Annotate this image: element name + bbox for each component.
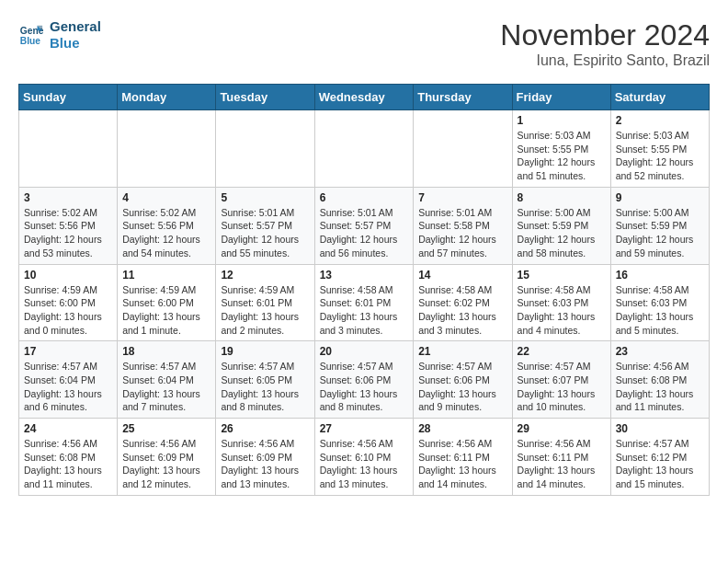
calendar-cell: 24Sunrise: 4:56 AM Sunset: 6:08 PM Dayli… xyxy=(19,419,118,496)
day-info: Sunrise: 5:01 AM Sunset: 5:57 PM Dayligh… xyxy=(221,206,309,260)
day-number: 24 xyxy=(24,422,112,435)
calendar-cell: 19Sunrise: 4:57 AM Sunset: 6:05 PM Dayli… xyxy=(216,341,314,419)
day-number: 13 xyxy=(320,269,409,282)
day-number: 26 xyxy=(221,422,309,435)
day-info: Sunrise: 4:56 AM Sunset: 6:11 PM Dayligh… xyxy=(418,437,506,491)
day-info: Sunrise: 4:58 AM Sunset: 6:03 PM Dayligh… xyxy=(518,283,606,338)
calendar-cell: 6Sunrise: 5:01 AM Sunset: 5:57 PM Daylig… xyxy=(314,187,414,264)
calendar-week-row: 3Sunrise: 5:02 AM Sunset: 5:56 PM Daylig… xyxy=(19,187,710,264)
day-number: 29 xyxy=(518,422,606,435)
calendar-cell xyxy=(216,110,314,188)
day-number: 7 xyxy=(418,191,506,204)
calendar-week-row: 24Sunrise: 4:56 AM Sunset: 6:08 PM Dayli… xyxy=(19,419,710,496)
day-number: 18 xyxy=(122,345,210,358)
weekday-header-tuesday: Tuesday xyxy=(216,85,314,110)
calendar-cell: 5Sunrise: 5:01 AM Sunset: 5:57 PM Daylig… xyxy=(216,187,314,264)
day-number: 10 xyxy=(24,269,112,282)
day-number: 6 xyxy=(320,191,409,204)
calendar-cell: 14Sunrise: 4:58 AM Sunset: 6:02 PM Dayli… xyxy=(414,264,512,341)
day-info: Sunrise: 4:58 AM Sunset: 6:02 PM Dayligh… xyxy=(418,283,506,338)
location-title: Iuna, Espirito Santo, Brazil xyxy=(500,52,710,69)
day-info: Sunrise: 5:02 AM Sunset: 5:56 PM Dayligh… xyxy=(24,206,112,260)
calendar-cell: 15Sunrise: 4:58 AM Sunset: 6:03 PM Dayli… xyxy=(512,264,610,341)
day-info: Sunrise: 4:57 AM Sunset: 6:12 PM Dayligh… xyxy=(616,437,704,491)
day-info: Sunrise: 4:56 AM Sunset: 6:09 PM Dayligh… xyxy=(221,437,309,491)
calendar-cell: 11Sunrise: 4:59 AM Sunset: 6:00 PM Dayli… xyxy=(118,264,216,341)
calendar-cell xyxy=(314,110,414,188)
calendar-cell xyxy=(118,110,216,188)
calendar-cell: 10Sunrise: 4:59 AM Sunset: 6:00 PM Dayli… xyxy=(19,264,118,341)
month-title: November 2024 xyxy=(500,18,710,52)
day-info: Sunrise: 5:00 AM Sunset: 5:59 PM Dayligh… xyxy=(518,206,606,260)
calendar-cell: 23Sunrise: 4:56 AM Sunset: 6:08 PM Dayli… xyxy=(610,341,709,419)
logo-general: General xyxy=(50,18,101,35)
day-info: Sunrise: 4:56 AM Sunset: 6:08 PM Dayligh… xyxy=(24,437,112,491)
calendar-cell: 16Sunrise: 4:58 AM Sunset: 6:03 PM Dayli… xyxy=(610,264,709,341)
calendar-cell: 4Sunrise: 5:02 AM Sunset: 5:56 PM Daylig… xyxy=(118,187,216,264)
day-number: 2 xyxy=(616,114,704,127)
page-header: General Blue General Blue November 2024 … xyxy=(18,18,710,69)
day-number: 17 xyxy=(24,345,112,358)
day-info: Sunrise: 4:56 AM Sunset: 6:09 PM Dayligh… xyxy=(122,437,210,491)
calendar-cell: 18Sunrise: 4:57 AM Sunset: 6:04 PM Dayli… xyxy=(118,341,216,419)
calendar-week-row: 10Sunrise: 4:59 AM Sunset: 6:00 PM Dayli… xyxy=(19,264,710,341)
calendar-cell xyxy=(19,110,118,188)
day-info: Sunrise: 4:59 AM Sunset: 6:01 PM Dayligh… xyxy=(221,283,309,338)
day-number: 12 xyxy=(221,269,309,282)
day-number: 19 xyxy=(221,345,309,358)
day-number: 16 xyxy=(616,269,704,282)
calendar-cell: 9Sunrise: 5:00 AM Sunset: 5:59 PM Daylig… xyxy=(610,187,709,264)
day-info: Sunrise: 4:57 AM Sunset: 6:04 PM Dayligh… xyxy=(24,360,112,414)
logo-icon: General Blue xyxy=(18,22,44,48)
day-number: 25 xyxy=(122,422,210,435)
day-info: Sunrise: 4:56 AM Sunset: 6:11 PM Dayligh… xyxy=(518,437,606,491)
calendar-cell: 8Sunrise: 5:00 AM Sunset: 5:59 PM Daylig… xyxy=(512,187,610,264)
weekday-header-row: SundayMondayTuesdayWednesdayThursdayFrid… xyxy=(19,85,710,110)
weekday-header-wednesday: Wednesday xyxy=(314,85,414,110)
weekday-header-friday: Friday xyxy=(512,85,610,110)
calendar-cell: 27Sunrise: 4:56 AM Sunset: 6:10 PM Dayli… xyxy=(314,419,414,496)
day-info: Sunrise: 4:56 AM Sunset: 6:08 PM Dayligh… xyxy=(616,360,704,414)
calendar-cell: 28Sunrise: 4:56 AM Sunset: 6:11 PM Dayli… xyxy=(414,419,512,496)
logo-blue: Blue xyxy=(50,35,101,52)
day-number: 5 xyxy=(221,191,309,204)
calendar-cell: 25Sunrise: 4:56 AM Sunset: 6:09 PM Dayli… xyxy=(118,419,216,496)
title-section: November 2024 Iuna, Espirito Santo, Braz… xyxy=(500,18,710,69)
day-info: Sunrise: 4:57 AM Sunset: 6:06 PM Dayligh… xyxy=(418,360,506,414)
calendar-cell: 30Sunrise: 4:57 AM Sunset: 6:12 PM Dayli… xyxy=(610,419,709,496)
day-info: Sunrise: 4:57 AM Sunset: 6:04 PM Dayligh… xyxy=(122,360,210,414)
day-number: 14 xyxy=(418,269,506,282)
calendar-cell: 22Sunrise: 4:57 AM Sunset: 6:07 PM Dayli… xyxy=(512,341,610,419)
day-info: Sunrise: 4:56 AM Sunset: 6:10 PM Dayligh… xyxy=(320,437,409,491)
calendar-cell xyxy=(414,110,512,188)
day-info: Sunrise: 5:03 AM Sunset: 5:55 PM Dayligh… xyxy=(518,129,606,183)
weekday-header-saturday: Saturday xyxy=(610,85,709,110)
day-number: 8 xyxy=(518,191,606,204)
logo: General Blue General Blue xyxy=(18,18,101,52)
weekday-header-sunday: Sunday xyxy=(19,85,118,110)
weekday-header-thursday: Thursday xyxy=(414,85,512,110)
day-number: 23 xyxy=(616,345,704,358)
calendar-cell: 21Sunrise: 4:57 AM Sunset: 6:06 PM Dayli… xyxy=(414,341,512,419)
day-number: 15 xyxy=(518,269,606,282)
day-info: Sunrise: 4:59 AM Sunset: 6:00 PM Dayligh… xyxy=(24,283,112,338)
day-info: Sunrise: 4:58 AM Sunset: 6:03 PM Dayligh… xyxy=(616,283,704,338)
day-info: Sunrise: 4:57 AM Sunset: 6:05 PM Dayligh… xyxy=(221,360,309,414)
calendar-week-row: 1Sunrise: 5:03 AM Sunset: 5:55 PM Daylig… xyxy=(19,110,710,188)
day-number: 28 xyxy=(418,422,506,435)
day-number: 21 xyxy=(418,345,506,358)
svg-text:Blue: Blue xyxy=(20,36,41,46)
day-info: Sunrise: 5:00 AM Sunset: 5:59 PM Dayligh… xyxy=(616,206,704,260)
day-info: Sunrise: 4:59 AM Sunset: 6:00 PM Dayligh… xyxy=(122,283,210,338)
day-info: Sunrise: 5:01 AM Sunset: 5:58 PM Dayligh… xyxy=(418,206,506,260)
day-number: 9 xyxy=(616,191,704,204)
calendar-cell: 17Sunrise: 4:57 AM Sunset: 6:04 PM Dayli… xyxy=(19,341,118,419)
calendar-table: SundayMondayTuesdayWednesdayThursdayFrid… xyxy=(18,84,710,496)
day-number: 11 xyxy=(122,269,210,282)
calendar-cell: 3Sunrise: 5:02 AM Sunset: 5:56 PM Daylig… xyxy=(19,187,118,264)
day-info: Sunrise: 4:57 AM Sunset: 6:06 PM Dayligh… xyxy=(320,360,409,414)
calendar-cell: 1Sunrise: 5:03 AM Sunset: 5:55 PM Daylig… xyxy=(512,110,610,188)
calendar-cell: 2Sunrise: 5:03 AM Sunset: 5:55 PM Daylig… xyxy=(610,110,709,188)
day-info: Sunrise: 4:58 AM Sunset: 6:01 PM Dayligh… xyxy=(320,283,409,338)
day-number: 27 xyxy=(320,422,409,435)
